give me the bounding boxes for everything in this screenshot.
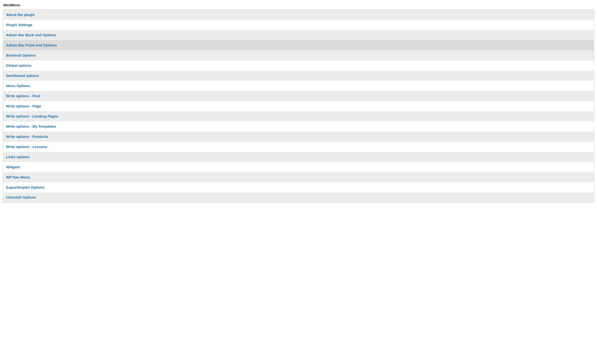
minimenu-cell: Admin Bar Front end Options: [3, 40, 594, 50]
minimenu-cell: Menu Options: [3, 81, 594, 91]
minimenu-row: WP Nav Menu: [3, 172, 594, 182]
minimenu-cell: Admin Bar Back end Options: [3, 30, 594, 40]
minimenu-cell: Export/Import Options: [3, 182, 594, 193]
minimenu-cell: Write options - Post: [3, 91, 594, 101]
minimenu-link[interactable]: Write options - My Templates: [6, 124, 56, 128]
minimenu-cell: WP Nav Menu: [3, 172, 594, 182]
minimenu-row: Write options - Landing Pages: [3, 111, 594, 121]
minimenu-row: Admin Bar Back end Options: [3, 30, 594, 40]
minimenu-cell: Widgets: [3, 162, 594, 172]
minimenu-link[interactable]: Global options: [6, 63, 31, 68]
minimenu-row: Global options: [3, 61, 594, 71]
minimenu-link[interactable]: Write options - Lessons: [6, 145, 47, 149]
minimenu-link[interactable]: Widgets: [6, 165, 20, 169]
minimenu-link[interactable]: Menu Options: [6, 84, 30, 88]
minimenu-cell: Write options - Products: [3, 132, 594, 142]
minimenu-cell: Dashboard options: [3, 71, 594, 81]
minimenu-link[interactable]: Links options: [6, 155, 30, 159]
minimenu-row: Write options - Page: [3, 101, 594, 111]
minimenu-row: Menu Options: [3, 81, 594, 91]
minimenu-row: Write options - Products: [3, 132, 594, 142]
minimenu-row: Uninstall Options: [3, 193, 594, 203]
minimenu-row: Widgets: [3, 162, 594, 172]
minimenu-cell: Global options: [3, 61, 594, 71]
minimenu-row: Dashboard options: [3, 71, 594, 81]
minimenu-cell: Plugin Settings: [3, 20, 594, 30]
minimenu-row: Write options - My Templates: [3, 121, 594, 132]
minimenu-cell: Links options: [3, 152, 594, 162]
minimenu-cell: Write options - My Templates: [3, 121, 594, 132]
minimenu-row: Plugin Settings: [3, 20, 594, 30]
minimenu-link[interactable]: About the plugin: [6, 13, 35, 17]
minimenu-tbody: About the pluginPlugin SettingsAdmin Bar…: [3, 10, 594, 203]
minimenu-link[interactable]: Plugin Settings: [6, 23, 32, 27]
minimenu-row: About the plugin: [3, 10, 594, 20]
minimenu-row: Export/Import Options: [3, 182, 594, 193]
minimenu-cell: Write options - Page: [3, 101, 594, 111]
minimenu-cell: Uninstall Options: [3, 193, 594, 203]
minimenu-link[interactable]: Admin Bar Front end Options: [6, 43, 57, 47]
minimenu-row: Admin Bar Front end Options: [3, 40, 594, 50]
minimenu-row: Links options: [3, 152, 594, 162]
minimenu-row: Write options - Post: [3, 91, 594, 101]
minimenu-row: Backend Options: [3, 50, 594, 61]
minimenu-link[interactable]: Write options - Page: [6, 104, 41, 108]
minimenu-row: Write options - Lessons: [3, 142, 594, 152]
minimenu-cell: Backend Options: [3, 50, 594, 61]
minimenu-cell: About the plugin: [3, 10, 594, 20]
minimenu-title: MiniMenu: [3, 3, 594, 7]
minimenu-link[interactable]: Dashboard options: [6, 74, 39, 78]
minimenu-table: About the pluginPlugin SettingsAdmin Bar…: [3, 9, 594, 203]
minimenu-link[interactable]: Uninstall Options: [6, 195, 36, 199]
minimenu-link[interactable]: WP Nav Menu: [6, 175, 30, 179]
minimenu-cell: Write options - Landing Pages: [3, 111, 594, 121]
minimenu-link[interactable]: Admin Bar Back end Options: [6, 33, 56, 37]
minimenu-link[interactable]: Write options - Landing Pages: [6, 114, 58, 118]
minimenu-link[interactable]: Export/Import Options: [6, 185, 45, 189]
minimenu-link[interactable]: Write options - Post: [6, 94, 40, 98]
minimenu-link[interactable]: Backend Options: [6, 53, 36, 57]
minimenu-cell: Write options - Lessons: [3, 142, 594, 152]
minimenu-link[interactable]: Write options - Products: [6, 134, 48, 139]
